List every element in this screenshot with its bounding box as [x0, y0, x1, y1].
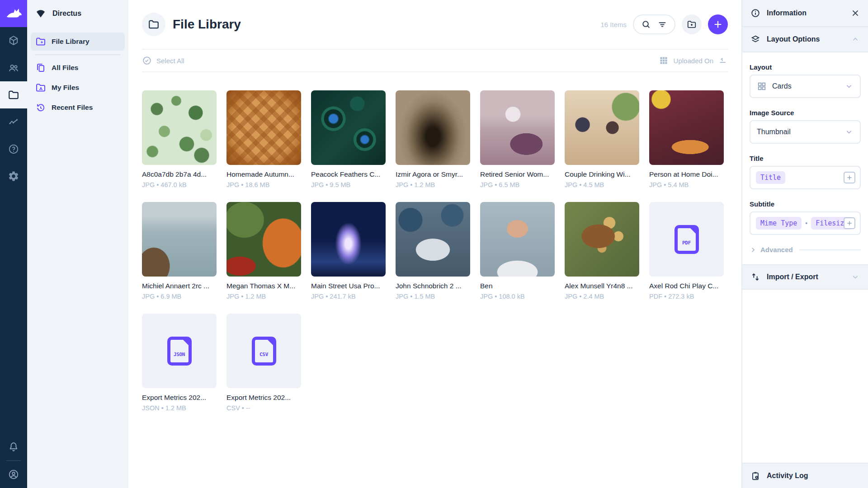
- nav-item-file-library[interactable]: File Library: [31, 33, 125, 51]
- project-icon: [35, 8, 46, 19]
- file-thumbnail[interactable]: [565, 202, 639, 277]
- file-title: Megan Thomas X M...: [226, 282, 301, 290]
- file-thumbnail[interactable]: [226, 202, 301, 277]
- file-card[interactable]: Izmir Agora or Smyr... JPG • 1.2 MB: [396, 90, 470, 188]
- module-file-library[interactable]: [0, 81, 27, 108]
- mime-type-chip[interactable]: Mime Type: [756, 217, 802, 230]
- file-meta: JSON • 1.2 MB: [142, 404, 217, 412]
- file-thumbnail[interactable]: JSON: [142, 314, 217, 388]
- plus-icon: [713, 19, 723, 29]
- image-source-select-value: Thumbnail: [757, 128, 791, 136]
- file-thumbnail[interactable]: [142, 202, 217, 277]
- info-icon: [750, 8, 760, 18]
- import-export-header[interactable]: Import / Export: [742, 264, 868, 290]
- title-field[interactable]: Title: [750, 166, 861, 189]
- nav-item-label: File Library: [52, 38, 90, 46]
- add-title-field-button[interactable]: [844, 172, 855, 183]
- add-subtitle-field-button[interactable]: [844, 217, 855, 229]
- file-meta: JPG • 1.5 MB: [396, 293, 470, 300]
- file-thumbnail[interactable]: [396, 90, 470, 165]
- file-meta: JPG • 9.5 MB: [311, 181, 386, 188]
- nav-item-all-files[interactable]: All Files: [31, 59, 125, 77]
- title-chip[interactable]: Title: [756, 171, 785, 184]
- sort-icon[interactable]: [719, 56, 728, 65]
- module-insights[interactable]: [0, 108, 27, 136]
- nav-item-label: Recent Files: [52, 103, 93, 112]
- file-card[interactable]: PDF Axel Rod Chi Play C... PDF • 272.3 k…: [649, 202, 724, 300]
- folder-icon: [8, 89, 19, 101]
- sort-field-label[interactable]: Uploaded On: [674, 57, 713, 65]
- account-button[interactable]: [0, 461, 27, 488]
- nav-item-recent-files[interactable]: Recent Files: [31, 99, 125, 117]
- nav-sidebar: Directus File Library All Files My Files: [27, 0, 128, 488]
- main-header: File Library 16 Items: [128, 0, 741, 49]
- file-grid: A8c0a7db 2b7a 4d... JPG • 467.0 kB Homem…: [128, 72, 741, 430]
- file-title: Ben: [480, 282, 555, 290]
- module-help[interactable]: [0, 136, 27, 163]
- cards-layout-icon: [757, 81, 767, 91]
- project-header[interactable]: Directus: [27, 0, 128, 27]
- new-folder-button[interactable]: [682, 14, 702, 34]
- file-thumbnail[interactable]: [311, 90, 386, 165]
- nav-item-my-files[interactable]: My Files: [31, 79, 125, 97]
- layout-options-header[interactable]: Layout Options: [742, 27, 868, 52]
- file-card[interactable]: Ben JPG • 108.0 kB: [480, 202, 555, 300]
- page-title: File Library: [173, 17, 241, 32]
- filter-icon[interactable]: [657, 19, 667, 29]
- file-thumbnail[interactable]: [226, 90, 301, 165]
- module-collections[interactable]: [0, 27, 27, 54]
- file-card[interactable]: Person at Home Doi... JPG • 5.4 MB: [649, 90, 724, 188]
- grid-view-icon[interactable]: [659, 56, 668, 65]
- file-card[interactable]: Retired Senior Wom... JPG • 6.5 MB: [480, 90, 555, 188]
- file-meta: JPG • 241.7 kB: [311, 293, 386, 300]
- import-export-label: Import / Export: [767, 273, 818, 281]
- search-bar[interactable]: [633, 14, 675, 34]
- chevron-down-icon: [844, 82, 854, 91]
- file-card[interactable]: Homemade Autumn... JPG • 18.6 MB: [226, 90, 301, 188]
- module-settings[interactable]: [0, 163, 27, 190]
- file-thumbnail[interactable]: [396, 202, 470, 277]
- file-title: Homemade Autumn...: [226, 170, 301, 178]
- search-icon[interactable]: [641, 19, 651, 29]
- layout-select[interactable]: Cards: [750, 75, 861, 98]
- close-sidebar-button[interactable]: [851, 9, 860, 18]
- information-header: Information: [742, 0, 868, 27]
- file-title: John Schnobrich 2 ...: [396, 282, 470, 290]
- subtitle-field[interactable]: Mime Type • Filesize: [750, 211, 861, 235]
- directus-logo[interactable]: [0, 0, 27, 27]
- file-thumbnail[interactable]: [565, 90, 639, 165]
- file-card[interactable]: JSON Export Metrics 202... JSON • 1.2 MB: [142, 314, 217, 412]
- notifications-button[interactable]: [0, 433, 27, 460]
- add-file-button[interactable]: [708, 14, 728, 34]
- page-title-icon-circle[interactable]: [142, 13, 165, 36]
- file-thumbnail[interactable]: [649, 90, 724, 165]
- information-label: Information: [767, 9, 807, 17]
- help-icon: [8, 143, 19, 155]
- file-card[interactable]: Peacock Feathers C... JPG • 9.5 MB: [311, 90, 386, 188]
- file-card[interactable]: CSV Export Metrics 202... CSV • --: [226, 314, 301, 412]
- file-thumbnail[interactable]: PDF: [649, 202, 724, 277]
- file-card[interactable]: A8c0a7db 2b7a 4d... JPG • 467.0 kB: [142, 90, 217, 188]
- file-card[interactable]: Megan Thomas X M... JPG • 1.2 MB: [226, 202, 301, 300]
- layout-select-value: Cards: [772, 82, 792, 90]
- document-icon: CSV: [252, 337, 276, 366]
- activity-log-button[interactable]: Activity Log: [742, 463, 868, 488]
- file-thumbnail[interactable]: [142, 90, 217, 165]
- account-icon: [8, 469, 19, 480]
- image-source-select[interactable]: Thumbnail: [750, 120, 861, 144]
- file-meta: JPG • 6.9 MB: [142, 293, 217, 300]
- file-card[interactable]: Alex Munsell Yr4n8 ... JPG • 2.4 MB: [565, 202, 639, 300]
- file-card[interactable]: Couple Drinking Wi... JPG • 4.5 MB: [565, 90, 639, 188]
- file-thumbnail[interactable]: [480, 202, 555, 277]
- advanced-toggle[interactable]: Advanced: [750, 246, 861, 253]
- file-card[interactable]: John Schnobrich 2 ... JPG • 1.5 MB: [396, 202, 470, 300]
- file-thumbnail[interactable]: CSV: [226, 314, 301, 388]
- info-sidebar: Information Layout Options Layout Cards …: [741, 0, 868, 488]
- items-count: 16 Items: [600, 21, 627, 28]
- file-card[interactable]: Main Street Usa Pro... JPG • 241.7 kB: [311, 202, 386, 300]
- file-thumbnail[interactable]: [311, 202, 386, 277]
- file-card[interactable]: Michiel Annaert 2rc ... JPG • 6.9 MB: [142, 202, 217, 300]
- module-user-directory[interactable]: [0, 54, 27, 81]
- select-all-button[interactable]: Select All: [142, 56, 184, 66]
- file-thumbnail[interactable]: [480, 90, 555, 165]
